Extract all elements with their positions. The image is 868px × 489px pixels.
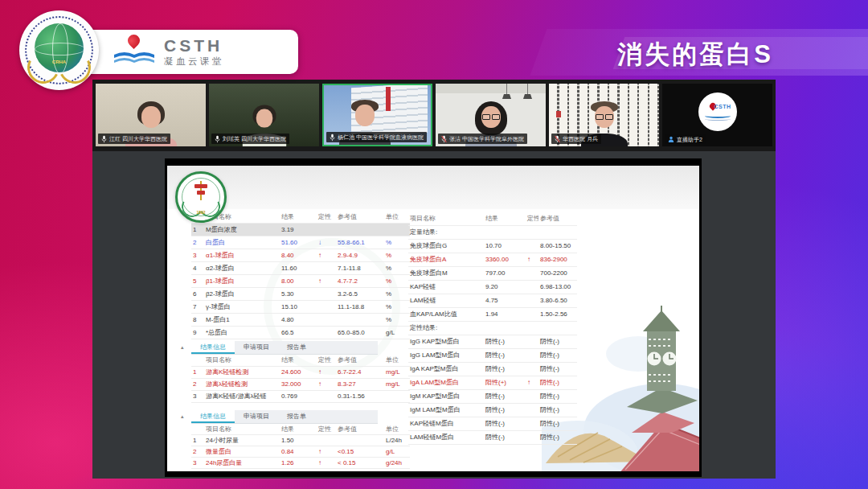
collapse-caret-icon[interactable]: ▴ [181, 344, 184, 351]
table-cell: 阴性(-) [538, 363, 577, 376]
table-row[interactable]: 3α1-球蛋白8.40↑2.9-4.9% [191, 249, 410, 262]
tab-request-items[interactable]: 申请项目 [235, 341, 278, 354]
column-header: 定性 [317, 355, 336, 366]
table-row[interactable]: 定性结果: [408, 322, 577, 335]
flag-up-icon: ↑ [526, 376, 538, 389]
table-row[interactable]: 免疫球蛋白G10.708.00-15.50 [408, 240, 577, 253]
table-row[interactable]: IgA LAM型M蛋白阳性(+)↑阴性(-) [408, 376, 577, 390]
table-cell: 3 [191, 391, 204, 402]
table-cell: 3.80-6.50 [538, 294, 577, 307]
video-tile-participant-5[interactable]: 华西医院 月兵 [549, 84, 659, 146]
tab-result-info[interactable]: 结果信息 [191, 341, 235, 354]
table-cell: 797.00 [484, 267, 526, 280]
column-header: 单位 [384, 211, 410, 223]
page-title: 消失的蛋白S [617, 38, 773, 72]
table-row[interactable]: IgM KAP型M蛋白阴性(-)阴性(-) [408, 390, 577, 404]
table-row[interactable]: 免疫球蛋白M797.00700-2200 [408, 267, 577, 281]
table-cell: 1.50 [280, 435, 317, 446]
table-row[interactable]: 血KAP/LAM比值1.941.50-2.56 [408, 308, 577, 322]
table-row[interactable]: 免疫球蛋白A3360.00↑836-2900 [408, 253, 577, 267]
table-cell: 0.31-1.56 [336, 391, 384, 402]
table-cell: 白蛋白 [204, 236, 280, 249]
table-row[interactable]: 324h尿蛋白量1.26↑< 0.15g/24h [191, 458, 410, 469]
table-row[interactable]: IgG KAP型M蛋白阴性(-)阴性(-) [408, 335, 577, 349]
table-row[interactable]: 3游离K轻链/游离λ轻链0.7690.31-1.56 [191, 391, 410, 403]
table-cell [526, 281, 538, 294]
table-cell: % [384, 314, 410, 326]
table-row[interactable]: KAP轻链9.206.98-13.00 [408, 281, 577, 294]
column-header: 定性 [317, 211, 336, 223]
column-header: 结果 [280, 211, 317, 223]
participant-name-label: 江红 四川大学华西医院 [98, 134, 170, 144]
video-tile-assistant[interactable]: CSTH 直播助手2 [662, 84, 772, 146]
table-row[interactable]: 6β2-球蛋白5.303.2-6.5% [191, 288, 410, 301]
table-cell: 8.00-15.50 [538, 240, 577, 253]
table-cell: LAM轻链 [408, 294, 484, 307]
table-cell: 1 [191, 367, 204, 378]
table-cell: 24小时尿量 [204, 435, 280, 446]
table-row[interactable]: LAM轻链M蛋白阴性(-)阴性(-) [408, 431, 577, 445]
table-row[interactable]: IgA KAP型M蛋白阴性(-)阴性(-) [408, 363, 577, 376]
video-tile-participant-4[interactable]: 张洁 中国医学科学院阜外医院 [436, 84, 546, 146]
csth-badge: CSTH [698, 92, 737, 131]
table-row[interactable]: LAM轻链4.753.80-6.50 [408, 294, 577, 308]
column-header: 单位 [384, 424, 410, 434]
table-cell [317, 288, 336, 300]
table-row[interactable]: KAP轻链M蛋白阴性(-)阴性(-) [408, 417, 577, 431]
table-cell: β1-球蛋白 [204, 275, 280, 287]
table-cell: KAP轻链M蛋白 [408, 417, 484, 430]
table-cell: 8 [191, 314, 204, 326]
flag-up-icon: ↑ [317, 446, 336, 457]
table-cell: 阴性(-) [538, 349, 577, 362]
video-tile-participant-2[interactable]: 刘瑶英 四川大学华西医院 [209, 84, 319, 146]
table-row[interactable]: 2白蛋白51.60↓55.8-66.1% [191, 236, 410, 249]
participant-name: 江红 四川大学华西医院 [109, 135, 167, 142]
table-row[interactable]: 定量结果: [408, 226, 577, 240]
table-row[interactable]: 2微量蛋白0.84↑<0.15g/L [191, 446, 410, 458]
table-cell: 1.50-2.56 [538, 308, 577, 321]
table-row[interactable]: 1游离K轻链检测24.600↑6.7-22.4mg/L [191, 367, 410, 379]
table-row[interactable]: 2游离λ轻链检测32.000↑8.3-27mg/L [191, 379, 410, 391]
table-row[interactable]: 5β1-球蛋白8.00↑4.7-7.2% [191, 275, 410, 288]
table-cell: KAP轻链 [408, 281, 484, 294]
tab-request-items[interactable]: 申请项目 [235, 410, 278, 423]
table-row[interactable]: 4α2-球蛋白11.607.1-11.8% [191, 262, 410, 275]
tab-result-info[interactable]: 结果信息 [191, 410, 235, 423]
participant-name-label: 杨仁池 中国医学科学院血液病医院 [326, 132, 427, 142]
mic-icon [330, 134, 335, 142]
video-tile-participant-1[interactable]: 江红 四川大学华西医院 [96, 84, 206, 146]
table-cell: 阴性(-) [484, 404, 526, 417]
urine-protein-table: 项目名称结果定性参考值单位124小时尿量1.50L/24h2微量蛋白0.84↑<… [191, 424, 410, 469]
table-cell: β2-球蛋白 [204, 288, 280, 300]
table-cell: 4.7-7.2 [336, 275, 384, 287]
free-light-chain-table: 项目名称结果定性参考值单位1游离K轻链检测24.600↑6.7-22.4mg/L… [191, 355, 410, 403]
table-cell: 8.00 [280, 275, 317, 287]
table-cell: 5 [191, 275, 204, 287]
participant-name-label: 张洁 中国医学科学院阜外医院 [438, 134, 527, 144]
result-tabs: 结果信息 申请项目 报告单 [191, 341, 378, 355]
participant-name: 张洁 中国医学科学院阜外医院 [449, 135, 524, 142]
flag-up-icon: ↑ [317, 367, 336, 378]
table-cell: 阴性(-) [538, 417, 577, 430]
table-cell: 8.3-27 [336, 379, 384, 390]
table-cell [336, 224, 384, 236]
table-row[interactable]: IgG LAM型M蛋白阴性(-)阴性(-) [408, 349, 577, 363]
table-cell: 4.75 [484, 294, 526, 307]
video-tile-participant-3-active-speaker[interactable]: 杨仁池 中国医学科学院血液病医院 [322, 84, 432, 146]
tab-report-sheet[interactable]: 报告单 [278, 341, 315, 354]
mic-muted-icon [555, 135, 560, 143]
hospital-founding-year: 1892 [178, 210, 224, 215]
table-cell: 66.5 [280, 327, 317, 339]
column-header: 结果 [280, 355, 317, 366]
table-row[interactable]: 9*总蛋白66.565.0-85.0g/L [191, 327, 410, 339]
table-cell [317, 301, 336, 313]
table-row[interactable]: 1M蛋白浓度3.19 [191, 224, 410, 236]
participant-name: 华西医院 月兵 [563, 135, 598, 142]
table-row[interactable]: 124小时尿量1.50L/24h [191, 435, 410, 446]
table-cell: 1 [191, 224, 204, 236]
table-row[interactable]: IgM LAM型M蛋白阴性(-)阴性(-) [408, 404, 577, 417]
table-row[interactable]: 8M-蛋白14.80% [191, 314, 410, 327]
table-row[interactable]: 7γ-球蛋白15.1011.1-18.8% [191, 301, 410, 314]
tab-report-sheet[interactable]: 报告单 [278, 410, 315, 423]
collapse-caret-icon[interactable]: ▴ [181, 413, 184, 420]
